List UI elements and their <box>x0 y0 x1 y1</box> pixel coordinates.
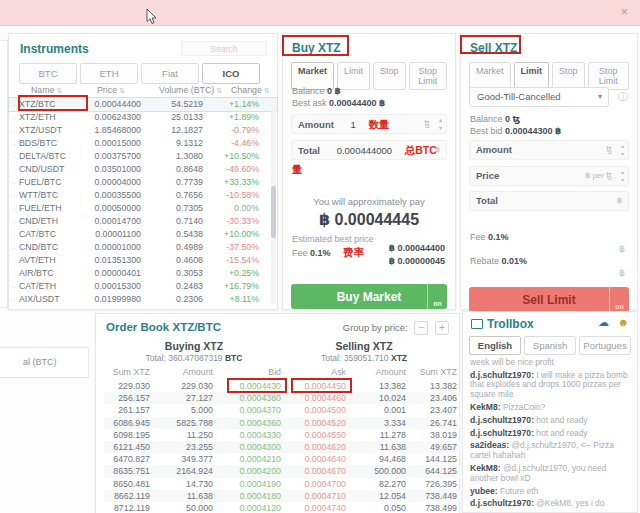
chat-username[interactable]: d.j.schultz1970: <box>470 498 534 508</box>
sell-button-toggle[interactable]: on <box>609 287 629 312</box>
price-stepper[interactable]: ▴▾ <box>621 168 624 184</box>
column-header-bid[interactable]: Bid <box>217 367 285 377</box>
instrument-row[interactable]: -CAT/BTC0.000011000.5438+10.00% <box>9 228 277 241</box>
column-header-volume[interactable]: Volume (BTC)⇅ <box>159 85 222 95</box>
instrument-row[interactable]: -CND/USDT0.035010000.8648-49.60% <box>9 163 277 176</box>
sell-tab-stop[interactable]: Stop <box>552 62 585 90</box>
close-icon[interactable]: × <box>620 4 628 19</box>
buy-total-field[interactable]: Total 0.000444000 总BTC量 ฿ <box>291 140 447 160</box>
sell-tab-stop-limit[interactable]: Stop Limit <box>588 62 629 90</box>
favorite-icon[interactable]: - <box>9 163 19 176</box>
instrument-row[interactable]: -XTZ/BTC0.0004440054.5219+1.14% <box>9 98 277 111</box>
instrument-row[interactable]: -FUEL/BTC0.000040000.7739+33.33% <box>9 176 277 189</box>
orderbook-row[interactable]: 8712.11950.0000.00041200.00047400.050738… <box>104 502 461 513</box>
instrument-row[interactable]: -CAT/ETH0.000153000.2483+16.79% <box>9 280 277 293</box>
favorite-icon[interactable]: - <box>9 137 19 150</box>
instrument-row[interactable]: -XTZ/ETH0.0062430025.0133+1.89% <box>9 111 277 124</box>
chat-username[interactable]: d.j.schultz1970: <box>470 415 534 425</box>
buy-tab-limit[interactable]: Limit <box>337 62 370 90</box>
instrument-row[interactable]: -WTT/BTC0.000355000.7656-10.58% <box>9 189 277 202</box>
instrument-row[interactable]: -BDS/BTC0.000150009.1312-4.46% <box>9 137 277 150</box>
favorite-icon[interactable]: - <box>9 98 19 111</box>
column-header-sum[interactable]: Sum XTZ <box>104 367 154 377</box>
favorite-icon[interactable]: - <box>9 202 19 215</box>
search-input[interactable] <box>181 41 267 56</box>
sell-tab-limit[interactable]: Limit <box>514 62 550 90</box>
chat-username[interactable]: d.j.schultz1970: <box>470 370 534 380</box>
language-tab-spanish[interactable]: Spanish <box>524 336 576 355</box>
favorite-icon[interactable]: - <box>9 124 19 137</box>
chat-username[interactable]: KekM8: <box>470 402 501 412</box>
buy-market-button[interactable]: Buy Market on <box>291 284 447 309</box>
group-minus-button[interactable]: − <box>414 321 428 335</box>
orderbook-row[interactable]: 6098.19511.2500.00043300.000455011.27838… <box>104 429 461 441</box>
favorite-icon[interactable]: - <box>9 267 19 280</box>
emoji-icon[interactable]: ☻ <box>617 316 629 328</box>
column-header-amount[interactable]: Amount <box>350 367 410 377</box>
column-header-name[interactable]: Name⇅ <box>31 85 62 95</box>
instrument-name: CND/BTC <box>19 241 83 254</box>
instrument-row[interactable]: -AIR/BTC0.000004010.3053+0.25% <box>9 267 277 280</box>
instrument-change: +10.50% <box>209 150 265 163</box>
buy-button-toggle[interactable]: on <box>427 284 447 309</box>
orderbook-row[interactable]: 261.1575.0000.00043700.00045000.00123.40… <box>104 404 461 416</box>
chat-username[interactable]: sa2ideas: <box>470 440 509 450</box>
sell-price-field[interactable]: Price ฿ per ꜩ ▴▾ <box>469 166 629 186</box>
favorite-icon[interactable]: - <box>9 150 19 163</box>
orderbook-row[interactable]: 6121.45023.2550.00043000.000462011.63849… <box>104 441 461 453</box>
column-header-change[interactable]: Change⇅ <box>231 85 270 95</box>
time-in-force-dropdown[interactable]: Good-Till-Cancelled ▾ <box>469 87 609 107</box>
chat-message-list[interactable]: sa2ideas: @pocek, be patient bro next we… <box>470 358 634 513</box>
chat-username[interactable]: KekM8: <box>470 463 501 473</box>
amount-stepper[interactable]: ▴▾ <box>621 142 624 158</box>
language-tab-portugues[interactable]: Portugues <box>579 336 631 355</box>
column-header-amount[interactable]: Amount <box>154 367 217 377</box>
buy-tab-stop-limit[interactable]: Stop Limit <box>409 62 447 90</box>
cloud-icon[interactable]: ☁ <box>598 316 609 329</box>
sell-amount-field[interactable]: Amount ꜩ ▴▾ <box>469 140 629 160</box>
favorite-icon[interactable]: - <box>9 228 19 241</box>
favorite-icon[interactable]: - <box>9 241 19 254</box>
sell-tab-market[interactable]: Market <box>469 62 511 90</box>
tab-ico[interactable]: ICO <box>202 63 260 84</box>
favorite-icon[interactable]: - <box>9 280 19 293</box>
orderbook-row[interactable]: 6470.827349.3770.00042100.000464094.4681… <box>104 453 461 465</box>
sell-total-field[interactable]: Total ฿ <box>469 191 629 211</box>
orderbook-row[interactable]: 8662.11911.6380.00041800.000471012.05473… <box>104 490 461 502</box>
chat-username[interactable]: d.j.schultz1970: <box>470 428 534 438</box>
orderbook-row[interactable]: 256.15727.1270.00043800.000446010.02423.… <box>104 392 461 404</box>
favorite-icon[interactable]: - <box>9 189 19 202</box>
orderbook-row[interactable]: 8650.48114.7300.00041900.000470082.27072… <box>104 478 461 490</box>
favorite-icon[interactable]: - <box>9 293 19 306</box>
column-header-ask[interactable]: Ask <box>285 367 350 377</box>
instrument-row[interactable]: -CND/ETH0.000147000.7140-30.33% <box>9 215 277 228</box>
info-icon[interactable]: ⓘ <box>618 90 628 104</box>
tab-eth[interactable]: ETH <box>80 63 138 84</box>
chat-username[interactable]: yubee: <box>470 486 498 496</box>
instrument-row[interactable]: -CND/BTC0.000010000.4989-37.50% <box>9 241 277 254</box>
sell-limit-button[interactable]: Sell Limit on <box>469 287 629 312</box>
orderbook-row[interactable]: 229.030229.0300.00044300.000445013.38213… <box>104 380 461 392</box>
buy-tab-stop[interactable]: Stop <box>373 62 406 90</box>
amount-stepper[interactable]: ▴▾ <box>439 116 442 132</box>
favorite-icon[interactable]: - <box>9 176 19 189</box>
column-header-price[interactable]: Price⇅ <box>97 85 125 95</box>
group-plus-button[interactable]: + <box>435 321 449 335</box>
instrument-row[interactable]: -DELTA/BTC0.003757001.3080+10.50% <box>9 150 277 163</box>
tab-btc[interactable]: BTC <box>19 63 77 84</box>
orderbook-row[interactable]: 6086.9455825.7880.00043600.00045203.3342… <box>104 417 461 429</box>
instrument-row[interactable]: -AIX/USDT0.019999800.2306+8.11% <box>9 293 277 306</box>
favorite-icon[interactable]: - <box>9 254 19 267</box>
instrument-row[interactable]: -FUEL/ETH0.000500000.73050.00% <box>9 202 277 215</box>
tab-fiat[interactable]: Fiat <box>141 63 199 84</box>
scrollbar-thumb[interactable] <box>271 186 276 238</box>
instruments-scrollbar[interactable] <box>271 98 276 304</box>
language-tab-english[interactable]: English <box>469 336 521 355</box>
column-header-sum[interactable]: Sum XTZ <box>410 367 461 377</box>
instrument-row[interactable]: -AVT/ETH0.013513000.4608-15.54% <box>9 254 277 267</box>
instrument-row[interactable]: -XTZ/USDT1.8546800012.1827-0.79% <box>9 124 277 137</box>
orderbook-row[interactable]: 8635.7512164.9240.00042000.0004670500.00… <box>104 465 461 477</box>
favorite-icon[interactable]: - <box>9 111 19 124</box>
buy-amount-field[interactable]: Amount 1 数量 ꜩ ▴▾ <box>291 114 447 134</box>
favorite-icon[interactable]: - <box>9 215 19 228</box>
